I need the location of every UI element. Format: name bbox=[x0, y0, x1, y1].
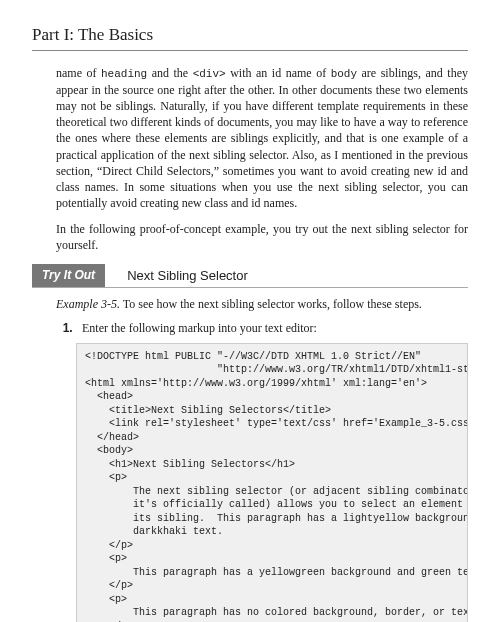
part-title: Part I: The Basics bbox=[32, 24, 468, 51]
text-fragment: and the bbox=[147, 66, 192, 80]
try-it-out-title: Next Sibling Selector bbox=[105, 264, 248, 288]
text-fragment: are siblings, and they appear in the sou… bbox=[56, 66, 468, 210]
code-block-html: <!DOCTYPE html PUBLIC "-//W3C//DTD XHTML… bbox=[76, 343, 468, 622]
intro-paragraph-2: In the following proof-of-concept exampl… bbox=[56, 221, 468, 253]
example-text: To see how the next sibling selector wor… bbox=[120, 297, 422, 311]
try-it-out-header: Try It Out Next Sibling Selector bbox=[32, 264, 468, 289]
inline-code: body bbox=[331, 68, 357, 80]
steps-list: Enter the following markup into your tex… bbox=[56, 320, 468, 336]
step-1: Enter the following markup into your tex… bbox=[76, 320, 468, 336]
text-fragment: with an id name of bbox=[226, 66, 331, 80]
try-it-out-badge: Try It Out bbox=[32, 264, 105, 288]
example-caption: Example 3-5. To see how the next sibling… bbox=[56, 296, 468, 312]
intro-paragraph-1: name of heading and the <div> with an id… bbox=[56, 65, 468, 211]
inline-code: <div> bbox=[193, 68, 226, 80]
example-label: Example 3-5. bbox=[56, 297, 120, 311]
inline-code: heading bbox=[101, 68, 147, 80]
step-1-text: Enter the following markup into your tex… bbox=[82, 321, 317, 335]
text-fragment: name of bbox=[56, 66, 101, 80]
